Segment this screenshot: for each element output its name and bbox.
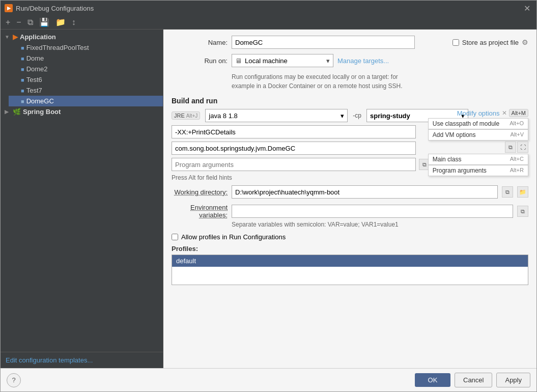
sdk-select[interactable]: java 8 1.8 ▾: [205, 109, 348, 122]
name-row: Name: Store as project file ⚙: [172, 36, 528, 49]
working-dir-input[interactable]: [232, 185, 498, 199]
tree-group-springboot[interactable]: ▶ 🌿 Spring Boot: [1, 106, 163, 117]
run-on-value: Local machine: [245, 57, 288, 65]
tree-item-test6[interactable]: ■ Test6: [9, 74, 163, 85]
tree-item-dome[interactable]: ■ Dome: [9, 53, 163, 64]
tree-item-test7[interactable]: ■ Test7: [9, 85, 163, 96]
jre-label: JRE: [174, 113, 185, 119]
dialog-title: Run/Debug Configurations: [16, 5, 519, 12]
tree-label: Test6: [26, 76, 42, 83]
add-vm-dropdown[interactable]: Add VM options Alt+V: [428, 129, 528, 141]
config-icon: ■: [21, 45, 24, 51]
main-class-shortcut: Alt+C: [510, 156, 524, 162]
apply-button[interactable]: Apply: [496, 373, 530, 387]
tree-group-application[interactable]: ▼ ▶ Application: [1, 32, 163, 42]
edit-templates-link[interactable]: Edit configuration templates...: [1, 352, 163, 368]
allow-profiles-checkbox[interactable]: [172, 234, 178, 240]
close-icon[interactable]: ✕: [522, 4, 532, 13]
program-args-shortcut: Alt+R: [510, 167, 524, 173]
config-icon: ■: [21, 55, 24, 62]
profiles-label: Profiles:: [172, 245, 528, 253]
bottom-bar: ? OK Cancel Apply: [1, 368, 536, 391]
copy-button[interactable]: ⧉: [25, 17, 35, 27]
working-dir-browse-button[interactable]: 📁: [517, 186, 528, 198]
env-vars-label: Environment variables:: [172, 204, 228, 219]
tree-label: DomeGC: [26, 97, 54, 105]
program-args-dropdown[interactable]: Program arguments Alt+R: [428, 165, 528, 176]
floating-options: Modify options ✕ Alt+M Use classpath of …: [428, 109, 528, 176]
add-vm-label: Add VM options: [433, 131, 476, 138]
main-content: ▼ ▶ Application ■ FixedThreadPoolTest ■ …: [1, 30, 536, 368]
ok-button[interactable]: OK: [415, 373, 450, 387]
name-input[interactable]: [232, 36, 415, 49]
tree-item-fixedthreadpooltest[interactable]: ■ FixedThreadPoolTest: [9, 42, 163, 53]
config-icon: ■: [21, 66, 24, 72]
app-icon-small: ▶: [13, 33, 18, 41]
tree-expand-icon: ▼: [5, 34, 11, 40]
working-dir-label: Working directory:: [172, 188, 228, 196]
info-text-content: Run configurations may be executed local…: [232, 73, 403, 90]
working-dir-copy-button[interactable]: ⧉: [502, 186, 513, 198]
jre-badge[interactable]: JRE Alt+J: [172, 111, 200, 120]
program-args-input[interactable]: [172, 158, 416, 171]
manage-targets-link[interactable]: Manage targets...: [337, 57, 389, 65]
tree-collapse-icon: ▶: [5, 109, 11, 115]
main-class-label: Main class: [433, 156, 462, 163]
build-run-container: Modify options ✕ Alt+M Use classpath of …: [172, 109, 528, 185]
title-bar: ▶ Run/Debug Configurations ✕: [1, 1, 536, 16]
copy-expand-row: ⧉ ⛶: [428, 142, 528, 153]
spring-boot-label: Spring Boot: [23, 108, 61, 116]
right-panel: Name: Store as project file ⚙ Run on: 🖥 …: [163, 30, 536, 368]
spring-icon: 🌿: [13, 108, 21, 116]
main-class-input[interactable]: [172, 142, 416, 155]
profile-default[interactable]: default: [172, 255, 528, 267]
use-classpath-shortcut: Alt+O: [510, 120, 524, 126]
tree-label: FixedThreadPoolTest: [26, 44, 89, 51]
config-icon: ■: [21, 88, 24, 94]
tree-item-dome2[interactable]: ■ Dome2: [9, 64, 163, 74]
gear-icon[interactable]: ⚙: [522, 38, 528, 46]
toolbar: + − ⧉ 💾 📁 ↕: [1, 16, 536, 30]
sdk-dropdown-arrow-icon: ▾: [341, 112, 344, 120]
use-classpath-label: Use classpath of module: [433, 120, 499, 127]
run-on-select[interactable]: 🖥 Local machine ▾: [232, 54, 333, 67]
cp-label: -cp: [353, 112, 361, 119]
info-text: Run configurations may be executed local…: [232, 72, 528, 91]
store-checkbox[interactable]: [453, 39, 459, 46]
main-class-dropdown[interactable]: Main class Alt+C: [428, 154, 528, 165]
profiles-list: default: [172, 255, 528, 285]
modify-options-link[interactable]: Modify options: [457, 109, 500, 117]
remove-button[interactable]: −: [14, 17, 23, 27]
run-on-row: Run on: 🖥 Local machine ▾ Manage targets…: [172, 54, 528, 67]
sdk-value: java 8 1.8: [209, 112, 237, 120]
modify-options-shortcut: Alt+M: [509, 109, 528, 117]
left-panel: ▼ ▶ Application ■ FixedThreadPoolTest ■ …: [1, 30, 163, 368]
cancel-button[interactable]: Cancel: [455, 373, 492, 387]
tree-item-domegc[interactable]: ■ DomeGC: [9, 96, 163, 106]
folder-button[interactable]: 📁: [53, 17, 68, 27]
config-icon: ■: [21, 98, 24, 104]
env-vars-edit-button[interactable]: ⧉: [517, 206, 528, 217]
add-vm-shortcut: Alt+V: [510, 131, 524, 137]
allow-profiles-label: Allow profiles in Run Configurations: [181, 233, 286, 241]
name-label: Name:: [172, 39, 228, 46]
copy-vm-button[interactable]: ⧉: [505, 142, 516, 153]
tree-container: ▼ ▶ Application ■ FixedThreadPoolTest ■ …: [1, 30, 163, 352]
add-button[interactable]: +: [4, 17, 12, 27]
env-vars-input[interactable]: [232, 205, 513, 218]
dialog: ▶ Run/Debug Configurations ✕ + − ⧉ 💾 📁 ↕…: [0, 0, 537, 392]
use-classpath-dropdown[interactable]: Use classpath of module Alt+O: [428, 118, 528, 129]
tree-label: Dome: [26, 54, 44, 62]
expand-vm-button[interactable]: ⛶: [517, 142, 528, 153]
sort-button[interactable]: ↕: [70, 17, 78, 27]
build-run-title: Build and run: [172, 97, 528, 105]
application-group-label: Application: [20, 33, 56, 41]
tree-label: Test7: [26, 87, 42, 94]
jre-section: JRE Alt+J: [172, 111, 200, 120]
run-on-label: Run on:: [172, 57, 228, 65]
vm-options-input[interactable]: [172, 125, 416, 138]
save-button[interactable]: 💾: [37, 17, 51, 27]
module-value: spring-study: [370, 112, 410, 120]
app-icon: ▶: [5, 4, 13, 12]
help-button[interactable]: ?: [7, 373, 21, 387]
